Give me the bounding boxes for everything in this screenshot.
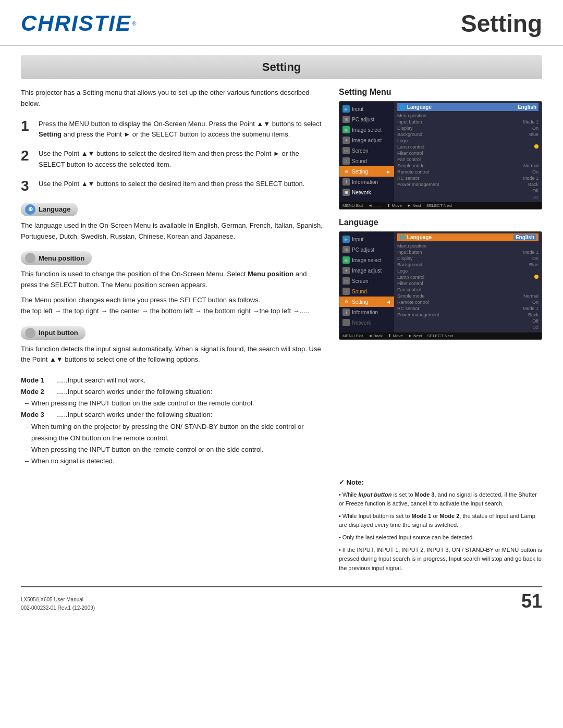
mode-1-line: Mode 1 ......Input search will not work.	[21, 375, 323, 386]
footer-move-1: ⬆ Move	[387, 203, 402, 208]
footer-menu-exit-1: MENU Exit	[342, 203, 363, 208]
menu-row-rc: RC sensorMode 1	[397, 175, 538, 181]
imgadj-icon: ✦	[342, 137, 350, 144]
main-content: This projector has a Setting menu that a…	[0, 88, 563, 472]
footer-next-2: ► Next	[408, 334, 422, 338]
menu-item-information-2: ℹ Information	[339, 307, 394, 317]
setting-icon-2: ⚙	[342, 298, 350, 305]
menu-left-panel-2: ▶ Input ⊞ PC adjust ▣ Image select ✦ Ima…	[339, 232, 394, 332]
menu-item-pcadjust-2: ⊞ PC adjust	[339, 244, 394, 255]
language-desc: The language used in the On-Screen Menu …	[21, 220, 323, 242]
menu-item-network-1: ⊞ Network	[339, 187, 394, 198]
step-1: 1 Press the MENU button to display the O…	[21, 119, 323, 141]
language-section: ⊕ Language The language used in the On-S…	[21, 203, 323, 242]
step-2-number: 2	[21, 149, 32, 163]
mode-3-text: ......Input search works under the follo…	[56, 409, 212, 421]
page-footer: LX505/LX605 User Manual 002-000232-01 Re…	[21, 586, 542, 612]
menu-right-title-1: 🌐 LanguageEnglish	[397, 103, 538, 111]
sound-icon: ♪	[342, 157, 350, 165]
information-icon-2: ℹ	[342, 309, 350, 316]
mode-3-label: Mode 3	[21, 409, 56, 421]
menu-position-section: Menu position This function is used to c…	[21, 251, 323, 316]
menu-row-menupos: Menu position	[397, 113, 538, 119]
menu-row-power: Power managementBack	[397, 181, 538, 188]
footer-model: LX505/LX605 User Manual	[21, 596, 95, 604]
menu-row-fan: Fan control	[397, 156, 538, 163]
menu-page-2: 1/2	[397, 324, 538, 331]
imgadj-icon-2: ✦	[342, 267, 350, 274]
input-button-badge-icon	[25, 328, 35, 338]
mode-2-line: Mode 2 ......Input search works under th…	[21, 386, 323, 398]
mode-list: Mode 1 ......Input search will not work.…	[21, 375, 323, 467]
menu-item-network-2: ⊞ Network	[339, 317, 394, 328]
input-icon: ▶	[342, 105, 350, 113]
footer-part: 002-000232-01 Rev.1 (12-2009)	[21, 604, 95, 612]
menu-row-off-2: Off	[397, 318, 538, 324]
mode-2-text: ......Input search works under the follo…	[56, 386, 212, 398]
footer-page-number: 51	[521, 590, 542, 612]
menu-row-lamp-2: Lamp control	[397, 274, 538, 280]
footer-back-2: ◄ Back	[368, 334, 383, 338]
footer-back-1: ◄ ——	[368, 203, 382, 208]
menu-row-bg-2: BackgroundBlue	[397, 262, 538, 268]
menu-row-remote: Remote controlOn	[397, 169, 538, 175]
menu-row-simple: Simple modeNormal	[397, 163, 538, 169]
menu-row-filter-2: Filter control	[397, 280, 538, 287]
menu-row-lamp: Lamp control	[397, 144, 538, 150]
input-button-badge: Input button	[21, 326, 85, 340]
step-3-number: 3	[21, 179, 32, 193]
menu-row-rc-2: RC sensorMode 1	[397, 305, 538, 312]
menu-item-sound-2: ♪ Sound	[339, 286, 394, 297]
step-2-text: Use the Point ▲▼ buttons to select the d…	[39, 149, 323, 170]
logo: CHRISTIE®	[21, 11, 136, 36]
menu-row-inputbtn-2: Input buttonMode 1	[397, 249, 538, 255]
menu-item-information: ℹ Information	[339, 177, 394, 187]
step-2: 2 Use the Point ▲▼ buttons to select the…	[21, 149, 323, 170]
menu-row-filter: Filter control	[397, 150, 538, 156]
menu-left-panel-1: ▶ Input ⊞ PC adjust ▣ Image select ✦ Ima…	[339, 102, 394, 202]
menu-right-title-lang: 🌐 LanguageEnglish	[397, 233, 538, 241]
mode-3-sub-3: When no signal is detected.	[21, 455, 323, 467]
menu-item-pcadjust: ⊞ PC adjust	[339, 114, 394, 125]
mode-2-label: Mode 2	[21, 386, 56, 398]
language-right-title: Language	[339, 218, 542, 227]
menu-row-simple-2: Simple modeNormal	[397, 293, 538, 299]
menu-item-imgadj: ✦ Image adjust	[339, 135, 394, 145]
input-button-desc: This function detects the input signal a…	[21, 344, 323, 366]
note-item-4: If the INPUT, INPUT 1, INPUT 2, INPUT 3,…	[339, 546, 542, 573]
footer-info: LX505/LX605 User Manual 002-000232-01 Re…	[21, 596, 95, 612]
bottom-row: ✓ Note: While Input button is set to Mod…	[0, 477, 563, 576]
menu-item-screen: ▭ Screen	[339, 145, 394, 156]
menu-position-badge: Menu position	[21, 251, 92, 265]
menu-row-display: DisplayOn	[397, 125, 538, 131]
imgsel-icon-2: ▣	[342, 256, 350, 264]
page-title: Setting	[461, 9, 542, 38]
language-badge: ⊕ Language	[21, 203, 78, 216]
menu-item-imgsel-2: ▣ Image select	[339, 255, 394, 265]
step-list: 1 Press the MENU button to display the O…	[21, 119, 323, 193]
mode-3-sub-2: When pressing the INPUT button on the re…	[21, 444, 323, 455]
menu-footer-2: MENU Exit ◄ Back ⬆ Move ► Next SELECT Ne…	[339, 332, 542, 339]
footer-select-2: SELECT Next	[427, 334, 453, 338]
input-button-badge-text: Input button	[39, 329, 78, 337]
right-column: Setting Menu ▶ Input ⊞ PC adjust ▣ Image…	[339, 88, 542, 472]
menu-page-1: 1/2	[397, 194, 538, 201]
intro-text: This projector has a Setting menu that a…	[21, 88, 323, 109]
note-section: ✓ Note: While Input button is set to Mod…	[339, 477, 542, 576]
logo-text: CHRISTIE	[21, 11, 131, 36]
step-1-text: Press the MENU button to display the On-…	[39, 119, 323, 141]
language-badge-icon: ⊕	[25, 204, 35, 215]
menu-item-imgadj-2: ✦ Image adjust	[339, 265, 394, 276]
mode-3-line: Mode 3 ......Input search works under th…	[21, 409, 323, 421]
menu-item-setting-active-2: ⚙ Setting ◄	[339, 297, 394, 307]
screen-icon: ▭	[342, 147, 350, 154]
footer-next-1: ► Next	[407, 203, 421, 208]
menu-item-imgsel: ▣ Image select	[339, 125, 394, 135]
information-icon: ℹ	[342, 178, 350, 186]
menu-row-menupos-2: Menu position	[397, 243, 538, 249]
note-item-1: While Input button is set to Mode 3, and…	[339, 490, 542, 509]
mode-3-sub-1: When turning on the projector by pressin…	[21, 421, 323, 444]
pcadjust-icon: ⊞	[342, 116, 350, 123]
section-title: Setting	[21, 55, 542, 79]
footer-menu-exit-2: MENU Exit	[342, 334, 363, 338]
